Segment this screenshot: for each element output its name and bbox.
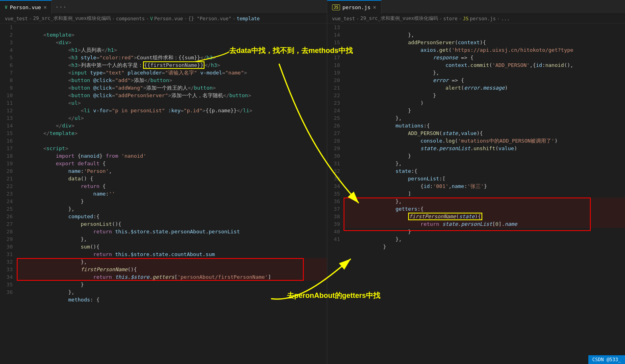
- left-tab-person-vue[interactable]: V Person.vue ×: [0, 0, 52, 14]
- left-line-numbers: 1 2 3 4 5 6 7 8 9 10 11 12 13 14 15 16 1…: [0, 23, 17, 364]
- annotation-text-1: 去data中找，找不到，去methods中找: [229, 46, 353, 55]
- js-icon: JS: [332, 4, 340, 10]
- tab-label: Person.vue: [10, 4, 41, 10]
- right-tab-person-js[interactable]: JS person.js ×: [327, 0, 381, 14]
- tab-close-left[interactable]: ×: [43, 4, 47, 10]
- left-code-area: 1 2 3 4 5 6 7 8 9 10 11 12 13 14 15 16 1…: [0, 23, 327, 364]
- left-breadcrumb: vue_test › 29_src_求和案例_vuex模块化编码 › compo…: [0, 14, 327, 23]
- annotation-text-2: 去peronAbout的getters中找: [287, 291, 380, 300]
- tab-more-button[interactable]: ···: [52, 3, 70, 11]
- right-breadcrumb: vue_test › 29_src_求和案例_vuex模块化编码 › store…: [327, 14, 625, 23]
- status-bar: CSDN @533_: [588, 355, 625, 364]
- tab-close-right[interactable]: ×: [373, 4, 376, 10]
- right-code-area: 13 14 15 16 17 18 19 20 21 22 23 24 25 2…: [327, 23, 625, 364]
- right-code-line-13: },: [344, 23, 625, 31]
- code-line-1: <template>: [17, 23, 327, 31]
- right-code-lines: }, addPersonServer(context){ axios.get('…: [344, 23, 625, 364]
- code-line-16: <script>: [17, 137, 327, 145]
- left-code-lines: <template> <div> <h1>人员列表</h1> <h3 style…: [17, 23, 327, 364]
- right-tab-label: person.js: [342, 4, 370, 10]
- vue-icon: V: [5, 5, 8, 10]
- right-line-numbers: 13 14 15 16 17 18 19 20 21 22 23 24 25 2…: [327, 23, 344, 364]
